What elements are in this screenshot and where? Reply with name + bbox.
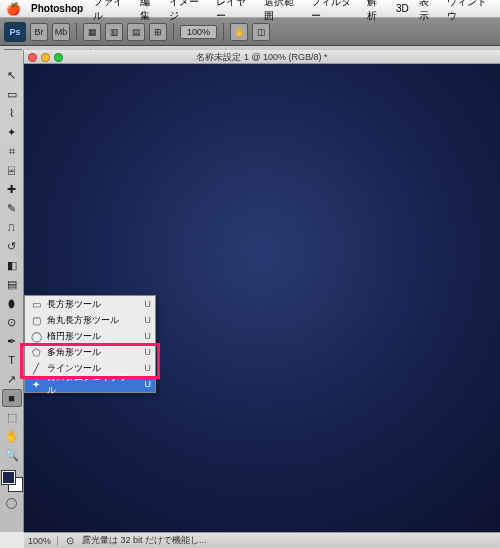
- flyout-item-2[interactable]: ◯楕円形ツールU: [25, 328, 155, 344]
- history-brush-tool[interactable]: ↺: [2, 237, 22, 255]
- close-icon[interactable]: [28, 53, 37, 62]
- apple-menu-icon[interactable]: 🍎: [6, 2, 21, 16]
- maximize-icon[interactable]: [54, 53, 63, 62]
- menu-file[interactable]: ファイル: [93, 0, 130, 23]
- eraser-tool[interactable]: ◧: [2, 256, 22, 274]
- type-tool[interactable]: T: [2, 351, 22, 369]
- minibridge-button[interactable]: Mb: [52, 23, 70, 41]
- flyout-item-shortcut: U: [145, 315, 152, 325]
- eyedropper-tool[interactable]: ⍯: [2, 161, 22, 179]
- menu-image[interactable]: イメージ: [169, 0, 206, 23]
- fg-color[interactable]: [2, 471, 15, 484]
- healing-brush-tool[interactable]: ✚: [2, 180, 22, 198]
- arrange-icon[interactable]: ◫: [252, 23, 270, 41]
- bridge-button[interactable]: Br: [30, 23, 48, 41]
- flyout-item-label: 長方形ツール: [47, 298, 141, 311]
- dodge-tool[interactable]: ⊙: [2, 313, 22, 331]
- quickmask-icon[interactable]: [2, 496, 22, 510]
- menu-layer[interactable]: レイヤー: [216, 0, 253, 23]
- menu-view[interactable]: 表示: [419, 0, 438, 23]
- screen-mode-icon[interactable]: ▦: [83, 23, 101, 41]
- separator: [223, 23, 224, 41]
- flyout-item-label: カスタムシェイプツール: [47, 371, 141, 397]
- status-zoom[interactable]: 100%: [28, 536, 58, 546]
- lasso-tool[interactable]: ⌇: [2, 104, 22, 122]
- status-bar: 100% ⊙ 露光量は 32 bit だけで機能し...: [24, 532, 500, 548]
- system-menubar: 🍎 Photoshop ファイル 編集 イメージ レイヤー 選択範囲 フィルター…: [0, 0, 500, 18]
- pen-tool[interactable]: ✒: [2, 332, 22, 350]
- hand-tool[interactable]: ✋: [2, 427, 22, 445]
- menu-3d[interactable]: 3D: [396, 3, 409, 14]
- app-name[interactable]: Photoshop: [31, 3, 83, 14]
- separator: [76, 23, 77, 41]
- flyout-item-icon: ╱: [29, 363, 43, 374]
- 3d-tool[interactable]: ⬚: [2, 408, 22, 426]
- zoom-level[interactable]: 100%: [180, 25, 217, 39]
- flyout-item-shortcut: U: [145, 299, 152, 309]
- flyout-item-label: 楕円形ツール: [47, 330, 141, 343]
- document-title: 名称未設定 1 @ 100% (RGB/8) *: [196, 52, 327, 62]
- extras-icon[interactable]: ▥: [105, 23, 123, 41]
- status-message: 露光量は 32 bit だけで機能し...: [82, 534, 207, 547]
- shape-tool-flyout: ▭長方形ツールU▢角丸長方形ツールU◯楕円形ツールU⬠多角形ツールU╱ラインツー…: [24, 295, 156, 393]
- blur-tool[interactable]: ⬮: [2, 294, 22, 312]
- flyout-item-label: 角丸長方形ツール: [47, 314, 141, 327]
- marquee-tool[interactable]: ▭: [2, 85, 22, 103]
- flyout-item-3[interactable]: ⬠多角形ツールU: [25, 344, 155, 360]
- clone-stamp-tool[interactable]: ⎍: [2, 218, 22, 236]
- flyout-item-label: 多角形ツール: [47, 346, 141, 359]
- flyout-item-shortcut: U: [145, 331, 152, 341]
- flyout-item-icon: ▭: [29, 299, 43, 310]
- ps-logo[interactable]: Ps: [4, 22, 26, 42]
- menu-edit[interactable]: 編集: [140, 0, 159, 23]
- minimize-icon[interactable]: [41, 53, 50, 62]
- gradient-tool[interactable]: ▤: [2, 275, 22, 293]
- flyout-item-shortcut: U: [145, 363, 152, 373]
- crop-tool[interactable]: ⌗: [2, 142, 22, 160]
- flyout-item-1[interactable]: ▢角丸長方形ツールU: [25, 312, 155, 328]
- menu-filter[interactable]: フィルター: [311, 0, 358, 23]
- zoom-tool[interactable]: 🔍: [2, 446, 22, 464]
- status-info-icon[interactable]: ⊙: [66, 535, 74, 546]
- flyout-item-icon: ◯: [29, 331, 43, 342]
- flyout-item-shortcut: U: [145, 347, 152, 357]
- flyout-item-icon: ⬠: [29, 347, 43, 358]
- window-controls: [24, 50, 63, 64]
- flyout-item-5[interactable]: ✦カスタムシェイプツールU: [25, 376, 155, 392]
- menu-analysis[interactable]: 解析: [367, 0, 386, 23]
- toolbox: ↖▭⌇✦⌗⍯✚✎⎍↺◧▤⬮⊙✒T↗■⬚✋🔍: [0, 50, 24, 532]
- menu-window[interactable]: ウィンドウ: [447, 0, 494, 23]
- separator: [173, 23, 174, 41]
- path-select-tool[interactable]: ↗: [2, 370, 22, 388]
- document-titlebar: 名称未設定 1 @ 100% (RGB/8) *: [24, 50, 500, 64]
- flyout-item-icon: ✦: [29, 379, 43, 390]
- flyout-item-0[interactable]: ▭長方形ツールU: [25, 296, 155, 312]
- color-picker[interactable]: [2, 471, 22, 491]
- flyout-item-icon: ▢: [29, 315, 43, 326]
- rulers-icon[interactable]: ⊞: [149, 23, 167, 41]
- brush-tool[interactable]: ✎: [2, 199, 22, 217]
- guides-icon[interactable]: ▤: [127, 23, 145, 41]
- flyout-item-shortcut: U: [145, 379, 152, 389]
- magic-wand-tool[interactable]: ✦: [2, 123, 22, 141]
- menu-select[interactable]: 選択範囲: [264, 0, 301, 23]
- move-tool[interactable]: ↖: [2, 66, 22, 84]
- shape-tool[interactable]: ■: [2, 389, 22, 407]
- hand-icon[interactable]: ✋: [230, 23, 248, 41]
